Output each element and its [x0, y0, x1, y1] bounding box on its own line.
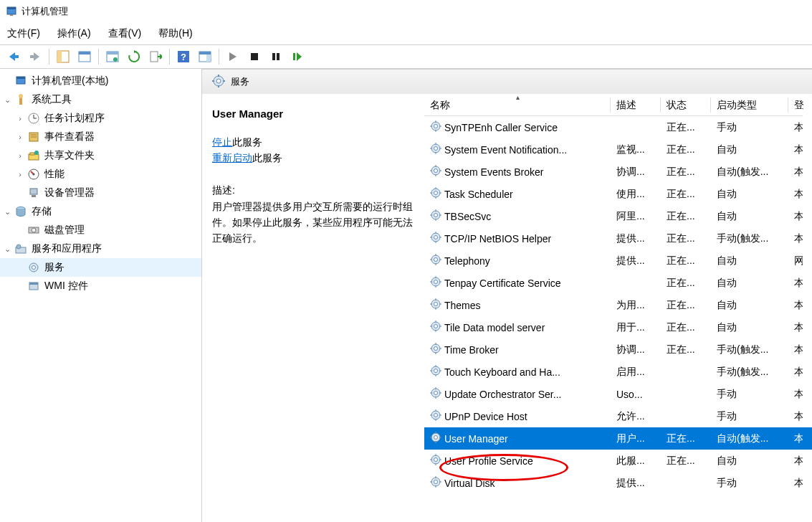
service-logon: 本 [788, 188, 803, 201]
service-list: ▴名称 描述 状态 启动类型 登 SynTPEnh Caller Service… [424, 95, 812, 522]
service-name: Telephony [444, 255, 490, 267]
service-desc: 允许... [611, 410, 661, 423]
tree-label: 任务计划程序 [44, 112, 105, 125]
service-row[interactable]: Task Scheduler使用...正在...自动本 [424, 183, 812, 205]
gear-icon [430, 254, 441, 267]
service-row[interactable]: Virtual Disk提供...手动本 [424, 472, 812, 494]
restart-service-button[interactable] [288, 47, 307, 66]
service-status: 正在... [661, 455, 711, 468]
svg-rect-20 [277, 53, 280, 60]
tree-item-3[interactable]: ›事件查看器 [0, 128, 201, 146]
service-row[interactable]: System Event Notification...监视...正在...自动… [424, 138, 812, 161]
tree-item-4[interactable]: ›共享文件夹 [0, 146, 201, 165]
gear-icon [430, 321, 441, 334]
svg-rect-1 [7, 7, 16, 9]
service-row[interactable]: Time Broker协调...正在...手动(触发...本 [424, 338, 812, 361]
svg-rect-19 [272, 53, 275, 60]
expand-icon[interactable]: › [14, 114, 26, 123]
stop-link[interactable]: 停止 [212, 136, 232, 148]
tree-item-9[interactable]: ⌄服务和应用程序 [0, 239, 201, 258]
svg-point-25 [19, 94, 23, 98]
tree-item-1[interactable]: ⌄系统工具 [0, 90, 201, 109]
show-hide-button[interactable] [54, 47, 72, 66]
device-icon [27, 186, 40, 199]
service-logon: 本 [788, 388, 803, 401]
service-row[interactable]: Tile Data model server用于...正在...自动本 [424, 316, 812, 338]
service-status: 正在... [661, 210, 711, 223]
expand-icon[interactable]: › [14, 170, 26, 179]
tree-item-11[interactable]: WMI 控件 [0, 277, 201, 295]
svg-rect-18 [251, 53, 258, 60]
svg-point-55 [434, 125, 438, 128]
col-logon[interactable]: 登 [788, 95, 803, 116]
tree-item-8[interactable]: 磁盘管理 [0, 221, 201, 239]
service-status: 正在... [661, 166, 711, 179]
gear-icon [430, 276, 441, 290]
menu-help[interactable]: 帮助(H) [158, 27, 192, 40]
start-service-button[interactable] [224, 47, 242, 66]
col-name[interactable]: ▴名称 [424, 95, 611, 116]
gear-icon [430, 187, 441, 201]
menu-file[interactable]: 文件(F) [7, 27, 40, 40]
tree-label: 计算机管理(本地) [32, 75, 108, 87]
svg-rect-47 [29, 283, 38, 285]
expand-icon[interactable]: › [14, 151, 26, 160]
restart-link[interactable]: 重新启动 [212, 152, 252, 163]
service-row[interactable]: TCP/IP NetBIOS Helper提供...正在...手动(触发...本 [424, 227, 812, 250]
export-button[interactable] [103, 47, 122, 66]
service-start-type: 自动 [711, 299, 788, 312]
col-startup-type[interactable]: 启动类型 [711, 95, 788, 116]
properties-button[interactable] [75, 47, 94, 66]
service-row[interactable]: Tenpay Certificate Service正在...自动本 [424, 272, 812, 294]
svg-rect-8 [79, 52, 90, 54]
service-row[interactable]: UPnP Device Host允许...手动本 [424, 405, 812, 427]
forward-button[interactable] [26, 47, 44, 66]
svg-point-43 [16, 245, 21, 249]
service-start-type: 手动(触发... [711, 343, 788, 356]
back-button[interactable] [4, 47, 23, 66]
svg-point-151 [434, 480, 438, 484]
service-row[interactable]: User Profile Service此服...正在...自动本 [424, 450, 812, 472]
col-description[interactable]: 描述 [611, 95, 661, 116]
stop-service-button[interactable] [245, 47, 264, 66]
svg-rect-21 [293, 53, 295, 60]
service-name: Virtual Disk [444, 478, 495, 489]
service-row[interactable]: Themes为用...正在...自动本 [424, 294, 812, 316]
tools-icon [14, 93, 27, 106]
service-row[interactable]: User Manager用户...正在...自动(触发...本 [424, 427, 812, 450]
svg-point-121 [434, 369, 438, 373]
service-row[interactable]: TBSecSvc阿里...正在...自动本 [424, 205, 812, 227]
export-list-button[interactable] [146, 47, 165, 66]
refresh-button[interactable] [125, 47, 143, 66]
tree-item-5[interactable]: ›性能 [0, 165, 201, 184]
service-start-type: 自动 [711, 277, 788, 290]
gear-icon [430, 165, 441, 179]
tree-item-2[interactable]: ›任务计划程序 [0, 109, 201, 128]
service-row[interactable]: Telephony提供...正在...自动网 [424, 250, 812, 272]
service-row[interactable]: Touch Keyboard and Ha...启用...手动(触发...本 [424, 361, 812, 383]
action-pane-button[interactable] [196, 47, 214, 66]
tree-item-10[interactable]: 服务 [0, 258, 201, 277]
service-row[interactable]: SynTPEnh Caller Service正在...手动本 [424, 116, 812, 138]
service-status: 正在... [661, 232, 711, 245]
menu-view[interactable]: 查看(V) [108, 27, 142, 40]
pause-service-button[interactable] [267, 47, 285, 66]
service-row[interactable]: System Events Broker协调...正在...自动(触发...本 [424, 161, 812, 183]
tree-item-6[interactable]: 设备管理器 [0, 184, 201, 202]
help-button[interactable]: ? [174, 47, 193, 66]
service-start-type: 自动 [711, 210, 788, 223]
menu-action[interactable]: 操作(A) [57, 27, 91, 40]
service-row[interactable]: Update Orchestrator Ser...Uso...手动本 [424, 383, 812, 405]
service-name: Tenpay Certificate Service [444, 277, 561, 289]
expand-icon[interactable]: › [14, 133, 26, 141]
expand-icon[interactable]: ⌄ [1, 207, 13, 217]
expand-icon[interactable]: ⌄ [1, 245, 13, 254]
service-desc: 启用... [611, 366, 661, 379]
tree-item-7[interactable]: ⌄存储 [0, 202, 201, 221]
svg-point-73 [434, 191, 438, 195]
expand-icon[interactable]: ⌄ [1, 95, 13, 105]
service-status: 正在... [661, 343, 711, 356]
tree-item-0[interactable]: 计算机管理(本地) [0, 72, 201, 90]
service-desc: 为用... [611, 299, 661, 312]
col-status[interactable]: 状态 [661, 95, 711, 116]
